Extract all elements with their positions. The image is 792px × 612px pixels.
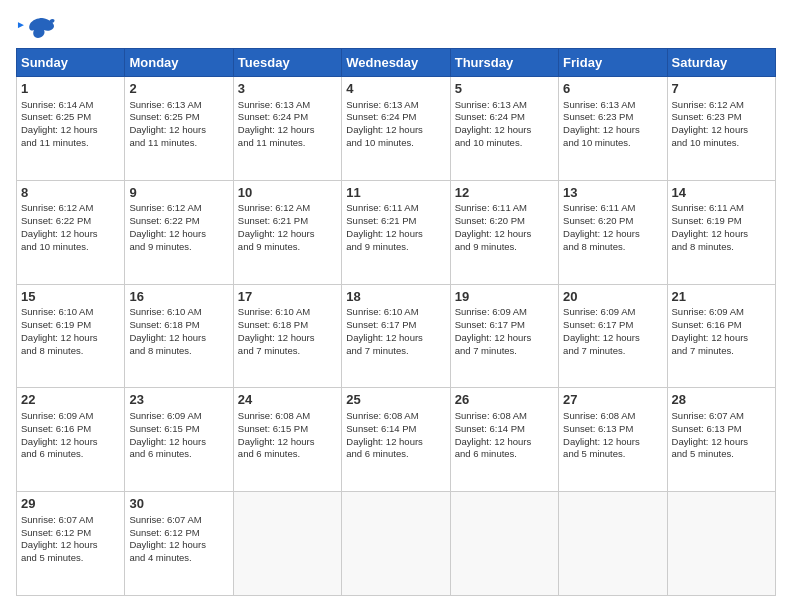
sunset-label: Sunset: 6:19 PM [21,319,91,330]
daylight-minutes: and 4 minutes. [129,552,191,563]
daylight-label: Daylight: 12 hours [455,124,532,135]
day-number: 15 [21,288,120,306]
sunset-label: Sunset: 6:21 PM [346,215,416,226]
calendar-table: Sunday Monday Tuesday Wednesday Thursday… [16,48,776,596]
calendar-cell-24: 24Sunrise: 6:08 AMSunset: 6:15 PMDayligh… [233,388,341,492]
sunrise-label: Sunrise: 6:12 AM [21,202,93,213]
sunrise-label: Sunrise: 6:14 AM [21,99,93,110]
week-row-2: 8Sunrise: 6:12 AMSunset: 6:22 PMDaylight… [17,180,776,284]
day-number: 7 [672,80,771,98]
daylight-minutes: and 9 minutes. [346,241,408,252]
daylight-minutes: and 6 minutes. [455,448,517,459]
col-tuesday: Tuesday [233,49,341,77]
sunset-label: Sunset: 6:18 PM [238,319,308,330]
calendar-cell-26: 26Sunrise: 6:08 AMSunset: 6:14 PMDayligh… [450,388,558,492]
daylight-minutes: and 6 minutes. [346,448,408,459]
sunset-label: Sunset: 6:12 PM [21,527,91,538]
daylight-label: Daylight: 12 hours [563,124,640,135]
calendar-cell-16: 16Sunrise: 6:10 AMSunset: 6:18 PMDayligh… [125,284,233,388]
daylight-label: Daylight: 12 hours [21,436,98,447]
sunset-label: Sunset: 6:17 PM [455,319,525,330]
daylight-label: Daylight: 12 hours [672,228,749,239]
daylight-label: Daylight: 12 hours [129,332,206,343]
daylight-label: Daylight: 12 hours [238,124,315,135]
week-row-4: 22Sunrise: 6:09 AMSunset: 6:16 PMDayligh… [17,388,776,492]
daylight-label: Daylight: 12 hours [672,332,749,343]
sunset-label: Sunset: 6:24 PM [346,111,416,122]
daylight-minutes: and 9 minutes. [238,241,300,252]
sunrise-label: Sunrise: 6:10 AM [129,306,201,317]
daylight-label: Daylight: 12 hours [672,436,749,447]
sunset-label: Sunset: 6:16 PM [672,319,742,330]
calendar-cell-10: 10Sunrise: 6:12 AMSunset: 6:21 PMDayligh… [233,180,341,284]
sunset-label: Sunset: 6:21 PM [238,215,308,226]
sunrise-label: Sunrise: 6:11 AM [563,202,635,213]
calendar-cell-19: 19Sunrise: 6:09 AMSunset: 6:17 PMDayligh… [450,284,558,388]
col-thursday: Thursday [450,49,558,77]
sunset-label: Sunset: 6:12 PM [129,527,199,538]
col-wednesday: Wednesday [342,49,450,77]
daylight-minutes: and 8 minutes. [563,241,625,252]
sunrise-label: Sunrise: 6:13 AM [238,99,310,110]
daylight-label: Daylight: 12 hours [563,332,640,343]
empty-cell [342,492,450,596]
sunrise-label: Sunrise: 6:08 AM [455,410,527,421]
logo: ► [16,16,56,38]
sunset-label: Sunset: 6:15 PM [129,423,199,434]
sunrise-label: Sunrise: 6:08 AM [238,410,310,421]
daylight-label: Daylight: 12 hours [346,124,423,135]
sunrise-label: Sunrise: 6:09 AM [129,410,201,421]
day-number: 12 [455,184,554,202]
sunrise-label: Sunrise: 6:09 AM [21,410,93,421]
day-number: 13 [563,184,662,202]
daylight-label: Daylight: 12 hours [129,539,206,550]
day-number: 16 [129,288,228,306]
day-number: 11 [346,184,445,202]
daylight-minutes: and 10 minutes. [672,137,740,148]
col-friday: Friday [559,49,667,77]
empty-cell [559,492,667,596]
daylight-minutes: and 5 minutes. [672,448,734,459]
sunrise-label: Sunrise: 6:07 AM [129,514,201,525]
calendar-cell-17: 17Sunrise: 6:10 AMSunset: 6:18 PMDayligh… [233,284,341,388]
sunset-label: Sunset: 6:25 PM [21,111,91,122]
sunset-label: Sunset: 6:24 PM [238,111,308,122]
header: ► [16,16,776,38]
day-number: 19 [455,288,554,306]
sunset-label: Sunset: 6:24 PM [455,111,525,122]
sunset-label: Sunset: 6:22 PM [21,215,91,226]
sunset-label: Sunset: 6:17 PM [563,319,633,330]
calendar-cell-30: 30Sunrise: 6:07 AMSunset: 6:12 PMDayligh… [125,492,233,596]
day-number: 25 [346,391,445,409]
day-number: 8 [21,184,120,202]
daylight-label: Daylight: 12 hours [563,228,640,239]
sunrise-label: Sunrise: 6:13 AM [129,99,201,110]
sunrise-label: Sunrise: 6:12 AM [672,99,744,110]
sunset-label: Sunset: 6:20 PM [455,215,525,226]
sunrise-label: Sunrise: 6:07 AM [21,514,93,525]
empty-cell [667,492,775,596]
calendar-cell-12: 12Sunrise: 6:11 AMSunset: 6:20 PMDayligh… [450,180,558,284]
day-number: 21 [672,288,771,306]
sunset-label: Sunset: 6:23 PM [672,111,742,122]
calendar-cell-5: 5Sunrise: 6:13 AMSunset: 6:24 PMDaylight… [450,77,558,181]
calendar-cell-6: 6Sunrise: 6:13 AMSunset: 6:23 PMDaylight… [559,77,667,181]
calendar-cell-21: 21Sunrise: 6:09 AMSunset: 6:16 PMDayligh… [667,284,775,388]
calendar-cell-9: 9Sunrise: 6:12 AMSunset: 6:22 PMDaylight… [125,180,233,284]
calendar-cell-7: 7Sunrise: 6:12 AMSunset: 6:23 PMDaylight… [667,77,775,181]
empty-cell [233,492,341,596]
col-saturday: Saturday [667,49,775,77]
daylight-label: Daylight: 12 hours [346,332,423,343]
day-number: 9 [129,184,228,202]
sunrise-label: Sunrise: 6:12 AM [129,202,201,213]
daylight-label: Daylight: 12 hours [21,332,98,343]
daylight-minutes: and 6 minutes. [21,448,83,459]
calendar-cell-15: 15Sunrise: 6:10 AMSunset: 6:19 PMDayligh… [17,284,125,388]
calendar-cell-3: 3Sunrise: 6:13 AMSunset: 6:24 PMDaylight… [233,77,341,181]
sunset-label: Sunset: 6:18 PM [129,319,199,330]
calendar-cell-4: 4Sunrise: 6:13 AMSunset: 6:24 PMDaylight… [342,77,450,181]
daylight-minutes: and 7 minutes. [455,345,517,356]
sunset-label: Sunset: 6:14 PM [455,423,525,434]
daylight-minutes: and 7 minutes. [238,345,300,356]
calendar-cell-14: 14Sunrise: 6:11 AMSunset: 6:19 PMDayligh… [667,180,775,284]
